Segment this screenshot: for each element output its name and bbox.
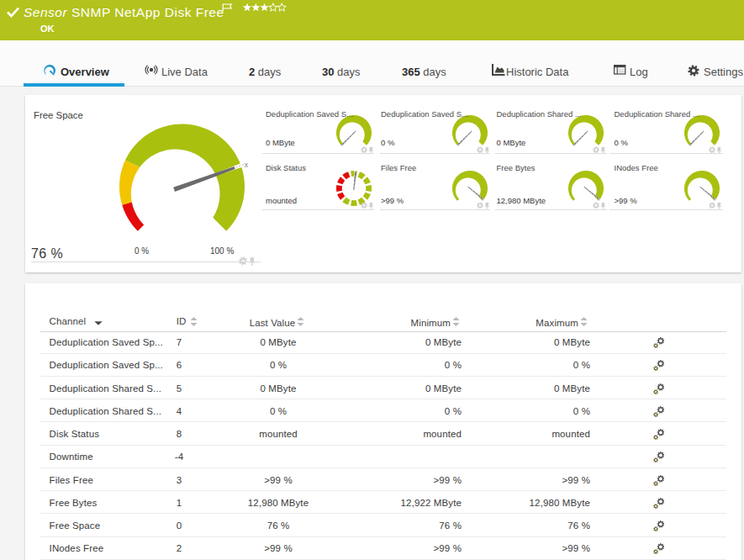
svg-text:x: x: [245, 160, 249, 169]
